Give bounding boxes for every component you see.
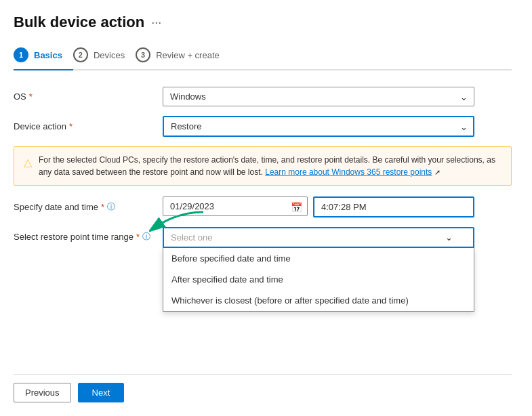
step-3-label: Review + create (156, 50, 220, 60)
device-action-label: Device action * (14, 121, 163, 131)
device-action-control-wrapper: Restore ⌄ (163, 116, 474, 137)
calendar-icon[interactable]: 📅 (291, 202, 302, 213)
dropdown-option-2[interactable]: After specified date and time (163, 269, 474, 290)
more-options-icon[interactable]: ··· (151, 16, 161, 30)
step-basics[interactable]: 1 Basics (14, 42, 73, 70)
restore-range-chevron-icon: ⌄ (445, 232, 453, 243)
next-button[interactable]: Next (78, 383, 125, 402)
step-3-circle: 3 (136, 47, 150, 62)
restore-range-label: Select restore point time range * ⓘ (14, 227, 163, 243)
warning-text: For the selected Cloud PCs, specify the … (39, 154, 502, 178)
warning-link[interactable]: Learn more about Windows 365 restore poi… (265, 167, 432, 177)
page-container: Bulk device action ··· 1 Basics 2 Device… (0, 0, 532, 416)
device-action-required-star: * (69, 121, 73, 131)
previous-button[interactable]: Previous (14, 383, 71, 402)
restore-range-row: Select restore point time range * ⓘ Sele… (14, 227, 512, 248)
restore-range-dropdown-wrapper: Select one ⌄ Before specified date and t… (163, 227, 474, 248)
date-input-wrapper: 📅 (163, 196, 308, 217)
os-row: OS * Windows ⌄ (14, 87, 512, 106)
title-row: Bulk device action ··· (14, 14, 512, 31)
datetime-required-star: * (101, 202, 104, 212)
time-input[interactable] (313, 196, 474, 217)
step-2-circle: 2 (73, 47, 88, 62)
datetime-wrapper: 📅 (163, 196, 474, 217)
step-review[interactable]: 3 Review + create (136, 42, 230, 69)
step-devices[interactable]: 2 Devices (73, 42, 136, 69)
warning-icon: △ (24, 154, 32, 171)
step-1-label: Basics (34, 50, 62, 60)
datetime-row: Specify date and time * ⓘ 📅 (14, 196, 512, 217)
restore-range-info-icon[interactable]: ⓘ (142, 231, 150, 243)
datetime-label: Specify date and time * ⓘ (14, 201, 163, 213)
device-action-select[interactable]: Restore (163, 116, 474, 137)
os-required-star: * (29, 91, 33, 102)
device-action-row: Device action * Restore ⌄ (14, 116, 512, 137)
step-1-circle: 1 (14, 47, 28, 62)
os-select[interactable]: Windows (163, 87, 474, 106)
restore-range-placeholder: Select one (171, 232, 212, 243)
footer: Previous Next (14, 374, 512, 402)
os-select-wrapper: Windows ⌄ (163, 87, 474, 106)
restore-range-required-star: * (136, 232, 140, 242)
date-input[interactable] (163, 196, 308, 216)
external-link-icon: ➚ (434, 168, 441, 176)
step-2-label: Devices (94, 50, 125, 60)
restore-range-trigger[interactable]: Select one ⌄ (163, 227, 474, 248)
restore-range-control-wrapper: Select one ⌄ Before specified date and t… (163, 227, 474, 248)
dropdown-option-3[interactable]: Whichever is closest (before or after sp… (163, 290, 474, 311)
form-content: OS * Windows ⌄ Device action * (14, 87, 512, 374)
page-title: Bulk device action (14, 14, 144, 31)
datetime-control-wrapper: 📅 (163, 196, 474, 217)
os-control-wrapper: Windows ⌄ (163, 87, 474, 106)
wizard-steps: 1 Basics 2 Devices 3 Review + create (14, 42, 512, 70)
dropdown-option-1[interactable]: Before specified date and time (163, 248, 474, 269)
device-action-select-wrapper: Restore ⌄ (163, 116, 474, 137)
warning-banner: △ For the selected Cloud PCs, specify th… (14, 146, 512, 186)
os-label: OS * (14, 91, 163, 102)
restore-range-dropdown-list: Before specified date and time After spe… (163, 248, 474, 312)
datetime-info-icon[interactable]: ⓘ (107, 201, 115, 213)
